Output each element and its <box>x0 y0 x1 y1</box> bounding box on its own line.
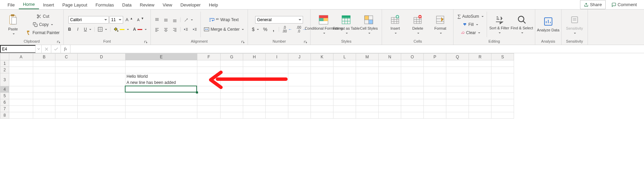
align-bottom-button[interactable] <box>171 16 179 24</box>
cell[interactable] <box>55 112 78 119</box>
cell[interactable] <box>379 67 401 73</box>
row-header[interactable]: 1 <box>0 60 9 67</box>
align-right-button[interactable] <box>171 26 179 33</box>
cell[interactable] <box>356 67 379 73</box>
accounting-format-button[interactable]: $ <box>250 26 261 33</box>
cell[interactable] <box>379 60 401 67</box>
cell[interactable] <box>424 93 446 99</box>
column-header[interactable]: I <box>266 54 288 60</box>
cell[interactable] <box>491 99 514 106</box>
cell-styles-button[interactable]: Cell Styles <box>358 12 380 37</box>
cell[interactable] <box>491 86 514 93</box>
cell[interactable] <box>197 86 221 93</box>
row-header[interactable]: 7 <box>0 106 9 112</box>
row-header[interactable]: 3 <box>0 73 9 86</box>
cell[interactable] <box>243 73 266 86</box>
comment-button[interactable]: Comment <box>608 0 641 9</box>
cell[interactable] <box>333 67 356 73</box>
name-box[interactable] <box>0 45 36 53</box>
cell[interactable] <box>33 67 55 73</box>
cell[interactable] <box>33 86 55 93</box>
cell[interactable] <box>424 86 446 93</box>
cell[interactable] <box>9 73 33 86</box>
cell[interactable] <box>126 60 197 67</box>
cell[interactable] <box>55 93 78 99</box>
cell[interactable] <box>491 73 514 86</box>
cell[interactable] <box>221 73 243 86</box>
borders-button[interactable] <box>96 26 109 33</box>
find-select-button[interactable]: Find & Select <box>511 12 533 37</box>
cell[interactable] <box>469 73 491 86</box>
cell[interactable] <box>78 93 126 99</box>
cell[interactable] <box>266 112 288 119</box>
cell[interactable] <box>379 99 401 106</box>
row-header[interactable]: 2 <box>0 67 9 73</box>
cell[interactable] <box>126 112 197 119</box>
increase-decimal-button[interactable]: .0.00← <box>280 26 294 33</box>
cell[interactable] <box>266 67 288 73</box>
cell[interactable] <box>446 93 469 99</box>
column-header[interactable]: P <box>424 54 446 60</box>
tab-insert[interactable]: Insert <box>39 1 58 9</box>
bold-button[interactable]: B <box>66 26 73 33</box>
column-header[interactable]: B <box>33 54 55 60</box>
cell[interactable] <box>356 93 379 99</box>
cell[interactable] <box>469 106 491 112</box>
autosum-button[interactable]: ∑ AutoSum <box>456 13 485 20</box>
column-header[interactable]: G <box>221 54 243 60</box>
insert-function-button[interactable]: fx <box>61 45 70 53</box>
format-painter-button[interactable]: Format Painter <box>25 29 61 37</box>
name-box-dropdown[interactable] <box>36 45 42 53</box>
cell[interactable] <box>266 60 288 67</box>
cell[interactable] <box>78 73 126 86</box>
column-header[interactable]: H <box>243 54 266 60</box>
cell[interactable] <box>401 86 424 93</box>
cell[interactable] <box>9 93 33 99</box>
cell[interactable] <box>469 112 491 119</box>
cell[interactable] <box>401 112 424 119</box>
cell[interactable] <box>491 67 514 73</box>
cell[interactable] <box>243 112 266 119</box>
underline-button[interactable]: U <box>82 26 93 33</box>
cell[interactable] <box>33 112 55 119</box>
cell[interactable] <box>424 60 446 67</box>
cell[interactable] <box>401 99 424 106</box>
cell[interactable] <box>55 106 78 112</box>
sort-filter-button[interactable]: Sort & Filter <box>488 12 510 37</box>
cell[interactable] <box>33 60 55 67</box>
cell[interactable] <box>221 112 243 119</box>
select-all-corner[interactable] <box>0 54 9 60</box>
fill-button[interactable]: Fill <box>456 21 485 28</box>
cell[interactable] <box>78 86 126 93</box>
cell[interactable] <box>197 60 221 67</box>
format-cells-button[interactable]: Format <box>429 12 451 37</box>
tab-formulas[interactable]: Formulas <box>91 1 118 9</box>
cell[interactable] <box>266 86 288 93</box>
percent-format-button[interactable]: % <box>261 26 269 33</box>
cell[interactable] <box>9 99 33 106</box>
cell[interactable] <box>424 73 446 86</box>
tab-home[interactable]: Home <box>19 0 39 9</box>
analyze-data-button[interactable]: Analyze Data <box>537 12 559 37</box>
align-center-button[interactable] <box>162 26 170 33</box>
cell[interactable] <box>126 86 197 93</box>
cell[interactable] <box>491 112 514 119</box>
cell[interactable] <box>446 73 469 86</box>
cell[interactable] <box>221 106 243 112</box>
cell[interactable] <box>469 93 491 99</box>
number-format-combo[interactable] <box>255 16 303 24</box>
tab-page-layout[interactable]: Page Layout <box>58 1 91 9</box>
clear-button[interactable]: Clear <box>456 29 485 37</box>
cell[interactable] <box>243 93 266 99</box>
orientation-button[interactable] <box>182 16 195 24</box>
cell[interactable] <box>333 106 356 112</box>
tab-developer[interactable]: Developer <box>176 1 205 9</box>
cell[interactable] <box>311 99 333 106</box>
cell[interactable] <box>33 99 55 106</box>
column-header[interactable]: Q <box>446 54 469 60</box>
cell[interactable] <box>311 67 333 73</box>
cell[interactable] <box>401 67 424 73</box>
cell[interactable] <box>311 60 333 67</box>
spreadsheet-grid[interactable]: ABCDEFGHIJKLMNOPQRS123Hello World A new … <box>0 53 644 175</box>
column-header[interactable]: D <box>78 54 126 60</box>
